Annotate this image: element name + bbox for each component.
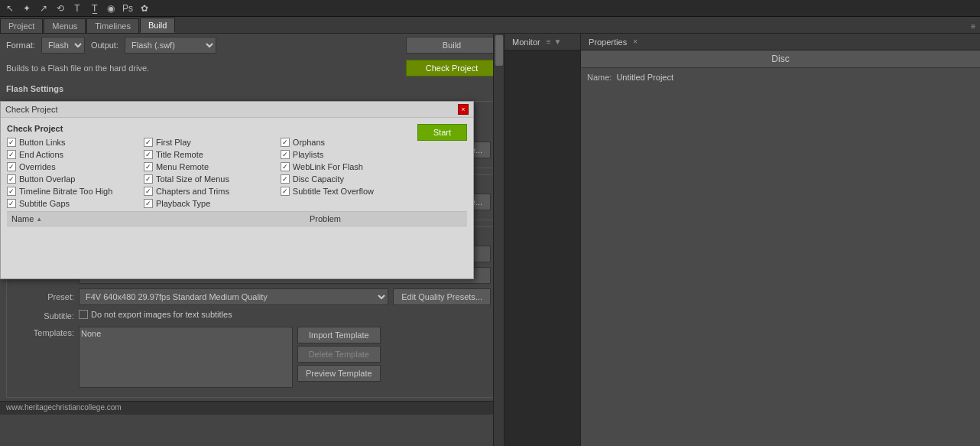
tab-project[interactable]: Project: [0, 18, 43, 33]
monitor-tab-icon[interactable]: ▼: [553, 36, 563, 47]
properties-tab[interactable]: Properties: [584, 36, 631, 48]
flower-icon[interactable]: ✿: [138, 2, 151, 15]
check-first-play-cb[interactable]: ✓: [144, 138, 153, 147]
check-overrides-label: Overrides: [19, 162, 56, 171]
delete-template-button[interactable]: Delete Template: [297, 346, 381, 363]
check-button-overlap-cb[interactable]: ✓: [7, 174, 16, 184]
properties-panel: Properties × Disc Name: Untitled Project: [581, 34, 980, 446]
subtitle-text: Do not export images for text subtitles: [91, 310, 232, 319]
text-underline-icon[interactable]: T̲: [87, 2, 101, 15]
properties-name-value: Untitled Project: [616, 73, 673, 82]
footer-url: www.heritagechristiancollege.com: [6, 403, 122, 412]
check-weblink-label: WebLink For Flash: [293, 162, 363, 171]
check-button-overlap-label: Button Overlap: [19, 174, 75, 184]
check-subtitle-overflow-label: Subtitle Text Overflow: [293, 187, 374, 196]
start-button[interactable]: Start: [417, 124, 467, 141]
monitor-menu-icon[interactable]: ≡: [545, 36, 553, 47]
check-first-play: ✓ First Play: [144, 138, 274, 147]
templates-row: Templates: None Import Template Delete T…: [13, 327, 491, 388]
preset-row: Preset: F4V 640x480 29.97fps Standard Me…: [13, 288, 491, 305]
scrollbar[interactable]: [493, 34, 504, 446]
flash-settings-label: Flash Settings: [0, 80, 504, 98]
check-weblink-cb[interactable]: ✓: [281, 162, 290, 171]
check-playback-type-cb[interactable]: ✓: [144, 199, 153, 208]
check-subtitle-gaps-cb[interactable]: ✓: [7, 199, 16, 208]
right-area: Monitor ≡ ▼ Properties × Disc Name: Unti…: [505, 34, 980, 446]
check-timeline-bitrate: ✓ Timeline Bitrate Too High: [7, 187, 138, 196]
check-timeline-bitrate-cb[interactable]: ✓: [7, 187, 16, 196]
check-menu-remote: ✓ Menu Remote: [144, 162, 274, 171]
check-total-size: ✓ Total Size of Menus: [144, 174, 274, 184]
check-timeline-bitrate-label: Timeline Bitrate Too High: [19, 187, 112, 196]
text-icon[interactable]: T: [70, 2, 84, 15]
rotate-icon[interactable]: ⟲: [54, 2, 67, 15]
modal-btn-area: Start: [417, 124, 467, 141]
check-orphans: ✓ Orphans: [281, 138, 411, 147]
check-grid: ✓ Button Links ✓ First Play ✓ Orphans: [7, 138, 411, 208]
check-total-size-cb[interactable]: ✓: [144, 174, 153, 184]
output-label: Output:: [91, 41, 118, 50]
check-project-modal: Check Project × Check Project ✓ Button L…: [0, 101, 474, 279]
main-tab-bar: Project Menus Timelines Build ≡: [0, 17, 980, 34]
check-subtitle-gaps-label: Subtitle Gaps: [19, 199, 70, 208]
modal-close-button[interactable]: ×: [458, 104, 469, 115]
preset-select[interactable]: F4V 640x480 29.97fps Standard Medium Qua…: [79, 288, 388, 305]
check-menu-remote-label: Menu Remote: [156, 162, 209, 171]
preview-template-button[interactable]: Preview Template: [297, 365, 381, 382]
check-chapters-trims-cb[interactable]: ✓: [144, 187, 153, 196]
results-header: Name ▲ Problem: [7, 212, 467, 226]
templates-none: None: [81, 329, 101, 338]
tab-timelines[interactable]: Timelines: [86, 18, 139, 33]
check-button-links: ✓ Button Links: [7, 138, 138, 147]
check-title-remote: ✓ Title Remote: [144, 150, 274, 159]
check-project-button[interactable]: Check Project: [406, 60, 498, 77]
monitor-tab-bar: Monitor ≡ ▼: [505, 34, 580, 50]
tab-build[interactable]: Build: [140, 18, 175, 33]
arrow-icon[interactable]: ↗: [37, 2, 50, 15]
format-select[interactable]: Flash: [41, 37, 85, 54]
build-button[interactable]: Build: [406, 37, 498, 54]
subtitle-checkbox-row: Do not export images for text subtitles: [79, 310, 232, 319]
output-select[interactable]: Flash (.swf): [125, 37, 216, 54]
tab-menu-icon[interactable]: ≡: [966, 20, 980, 33]
tab-menus[interactable]: Menus: [44, 18, 86, 33]
check-disc-capacity-cb[interactable]: ✓: [281, 174, 290, 184]
import-template-button[interactable]: Import Template: [297, 327, 381, 343]
results-name-col[interactable]: Name ▲: [11, 214, 310, 223]
templates-buttons: Import Template Delete Template Preview …: [297, 327, 381, 382]
properties-close[interactable]: ×: [633, 37, 638, 46]
check-orphans-cb[interactable]: ✓: [281, 138, 290, 147]
check-title-remote-cb[interactable]: ✓: [144, 150, 153, 159]
check-button-links-cb[interactable]: ✓: [7, 138, 16, 147]
info-text: Builds to a Flash file on the hard drive…: [6, 63, 149, 73]
check-title-remote-label: Title Remote: [156, 150, 203, 159]
modal-body: Check Project ✓ Button Links ✓ First Pla…: [1, 118, 473, 278]
results-table: Name ▲ Problem: [7, 211, 467, 272]
ps-icon[interactable]: Ps: [121, 2, 135, 15]
check-menu-remote-cb[interactable]: ✓: [144, 162, 153, 171]
check-subtitle-gaps: ✓ Subtitle Gaps: [7, 199, 138, 208]
templates-list[interactable]: None: [79, 327, 293, 388]
check-playlists-cb[interactable]: ✓: [281, 150, 290, 159]
check-first-play-label: First Play: [156, 138, 191, 147]
format-toolbar: Format: Flash Output: Flash (.swf) Build: [0, 34, 504, 57]
circle-icon[interactable]: ◉: [104, 2, 118, 15]
subtitle-checkbox[interactable]: [79, 310, 88, 319]
preset-label: Preset:: [13, 292, 74, 301]
check-overrides-cb[interactable]: ✓: [7, 162, 16, 171]
select-icon[interactable]: ↖: [3, 2, 17, 15]
templates-label: Templates:: [13, 327, 74, 337]
check-chapters-trims: ✓ Chapters and Trims: [144, 187, 274, 196]
edit-quality-button[interactable]: Edit Quality Presets...: [393, 288, 491, 305]
results-name-label: Name: [11, 214, 34, 223]
check-end-actions-cb[interactable]: ✓: [7, 150, 16, 159]
sort-arrow-icon: ▲: [36, 216, 42, 223]
scrollbar-thumb[interactable]: [495, 35, 503, 66]
check-playback-type-label: Playback Type: [156, 199, 210, 208]
results-problem-col[interactable]: Problem: [310, 214, 462, 223]
subtitle-row: Subtitle: Do not export images for text …: [13, 310, 491, 322]
check-subtitle-overflow-cb[interactable]: ✓: [281, 187, 290, 196]
modal-titlebar: Check Project ×: [1, 102, 473, 118]
star-icon[interactable]: ✦: [20, 2, 34, 15]
monitor-tab[interactable]: Monitor: [508, 36, 545, 48]
